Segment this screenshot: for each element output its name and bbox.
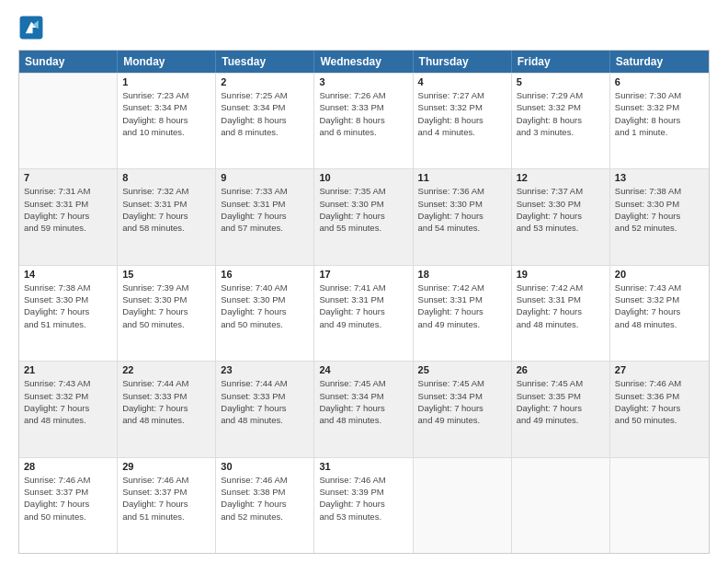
calendar-cell-4-5 [512, 458, 610, 553]
cell-line: Sunrise: 7:27 AM [418, 89, 506, 101]
cell-line: Daylight: 8 hours [517, 114, 605, 126]
calendar-cell-0-3: 3Sunrise: 7:26 AMSunset: 3:33 PMDaylight… [314, 74, 413, 168]
cell-line: Daylight: 8 hours [122, 114, 210, 126]
cell-line: Daylight: 7 hours [221, 402, 309, 414]
calendar-cell-3-4: 25Sunrise: 7:45 AMSunset: 3:34 PMDayligh… [414, 362, 512, 456]
day-number: 26 [517, 364, 605, 375]
cell-line: Sunrise: 7:44 AM [221, 377, 309, 389]
cell-line: Sunset: 3:34 PM [122, 101, 210, 113]
cell-line: Sunrise: 7:41 AM [319, 282, 407, 293]
cell-line: Sunset: 3:31 PM [24, 198, 112, 210]
cell-line: Daylight: 7 hours [615, 210, 704, 222]
cell-line: Sunrise: 7:46 AM [24, 474, 112, 486]
cell-line: and 49 minutes. [418, 318, 506, 330]
cell-line: Daylight: 8 hours [319, 114, 407, 126]
day-number: 16 [221, 269, 309, 280]
cell-line: Sunrise: 7:31 AM [24, 185, 112, 197]
day-header-wednesday: Wednesday [314, 51, 413, 73]
calendar: SundayMondayTuesdayWednesdayThursdayFrid… [18, 50, 710, 554]
cell-line: Sunrise: 7:46 AM [615, 377, 704, 389]
cell-line: Sunset: 3:31 PM [221, 198, 309, 210]
calendar-cell-3-3: 24Sunrise: 7:45 AMSunset: 3:34 PMDayligh… [314, 362, 413, 456]
cell-line: Sunset: 3:33 PM [122, 390, 210, 402]
calendar-cell-4-1: 29Sunrise: 7:46 AMSunset: 3:37 PMDayligh… [118, 458, 216, 553]
cell-line: Sunset: 3:33 PM [221, 390, 309, 402]
cell-line: Sunrise: 7:25 AM [221, 89, 309, 101]
cell-line: Daylight: 7 hours [24, 402, 112, 414]
cell-line: and 54 minutes. [418, 222, 506, 234]
calendar-cell-3-0: 21Sunrise: 7:43 AMSunset: 3:32 PMDayligh… [19, 362, 118, 456]
cell-line: and 53 minutes. [517, 222, 605, 234]
cell-line: Sunrise: 7:43 AM [615, 282, 704, 293]
cell-line: Sunrise: 7:30 AM [615, 89, 704, 101]
cell-line: and 48 minutes. [24, 414, 112, 426]
cell-line: Daylight: 7 hours [122, 402, 210, 414]
day-number: 18 [418, 269, 506, 280]
calendar-cell-1-1: 8Sunrise: 7:32 AMSunset: 3:31 PMDaylight… [118, 169, 216, 264]
cell-line: Sunrise: 7:35 AM [319, 185, 407, 197]
cell-line: Sunset: 3:35 PM [517, 390, 605, 402]
cell-line: and 3 minutes. [517, 126, 605, 138]
cell-line: Sunset: 3:31 PM [517, 293, 605, 305]
cell-line: Sunrise: 7:36 AM [418, 185, 506, 197]
calendar-cell-2-2: 16Sunrise: 7:40 AMSunset: 3:30 PMDayligh… [216, 266, 314, 361]
cell-line: and 50 minutes. [122, 318, 210, 330]
cell-line: and 8 minutes. [221, 126, 309, 138]
cell-line: and 49 minutes. [418, 414, 506, 426]
cell-line: Daylight: 7 hours [319, 305, 407, 317]
calendar-cell-0-6: 6Sunrise: 7:30 AMSunset: 3:32 PMDaylight… [610, 74, 709, 168]
cell-line: and 55 minutes. [319, 222, 407, 234]
cell-line: and 50 minutes. [615, 414, 704, 426]
day-number: 12 [517, 172, 605, 183]
calendar-cell-1-5: 12Sunrise: 7:37 AMSunset: 3:30 PMDayligh… [512, 169, 610, 264]
cell-line: Sunrise: 7:32 AM [122, 185, 210, 197]
cell-line: Daylight: 8 hours [615, 114, 704, 126]
cell-line: Daylight: 7 hours [319, 402, 407, 414]
cell-line: Sunset: 3:37 PM [122, 486, 210, 498]
calendar-cell-1-0: 7Sunrise: 7:31 AMSunset: 3:31 PMDaylight… [19, 169, 118, 264]
calendar-cell-3-5: 26Sunrise: 7:45 AMSunset: 3:35 PMDayligh… [512, 362, 610, 456]
cell-line: Sunrise: 7:40 AM [221, 282, 309, 293]
cell-line: Daylight: 7 hours [418, 402, 506, 414]
cell-line: and 58 minutes. [122, 222, 210, 234]
day-header-friday: Friday [512, 51, 610, 73]
cell-line: Sunset: 3:37 PM [24, 486, 112, 498]
calendar-row-0: 1Sunrise: 7:23 AMSunset: 3:34 PMDaylight… [19, 73, 709, 168]
cell-line: Sunset: 3:30 PM [122, 293, 210, 305]
calendar-row-4: 28Sunrise: 7:46 AMSunset: 3:37 PMDayligh… [19, 457, 709, 553]
cell-line: Daylight: 7 hours [24, 305, 112, 317]
day-number: 22 [122, 364, 210, 375]
day-number: 30 [221, 461, 309, 472]
cell-line: Sunset: 3:34 PM [221, 101, 309, 113]
calendar-cell-0-2: 2Sunrise: 7:25 AMSunset: 3:34 PMDaylight… [216, 74, 314, 168]
cell-line: Daylight: 7 hours [418, 305, 506, 317]
cell-line: Daylight: 7 hours [418, 210, 506, 222]
cell-line: Sunset: 3:34 PM [319, 390, 407, 402]
cell-line: Sunrise: 7:38 AM [615, 185, 704, 197]
day-number: 23 [221, 364, 309, 375]
cell-line: Daylight: 7 hours [319, 210, 407, 222]
cell-line: Sunrise: 7:23 AM [122, 89, 210, 101]
day-number: 5 [517, 76, 605, 87]
cell-line: Sunset: 3:32 PM [24, 390, 112, 402]
cell-line: Sunset: 3:38 PM [221, 486, 309, 498]
day-number: 17 [319, 269, 407, 280]
day-number: 21 [24, 364, 112, 375]
calendar-cell-2-5: 19Sunrise: 7:42 AMSunset: 3:31 PMDayligh… [512, 266, 610, 361]
calendar-cell-0-1: 1Sunrise: 7:23 AMSunset: 3:34 PMDaylight… [118, 74, 216, 168]
cell-line: and 10 minutes. [122, 126, 210, 138]
cell-line: and 1 minute. [615, 126, 704, 138]
cell-line: Daylight: 7 hours [122, 210, 210, 222]
calendar-cell-2-6: 20Sunrise: 7:43 AMSunset: 3:32 PMDayligh… [610, 266, 709, 361]
cell-line: Daylight: 7 hours [122, 305, 210, 317]
day-number: 24 [319, 364, 407, 375]
cell-line: Sunrise: 7:45 AM [418, 377, 506, 389]
header [18, 15, 710, 40]
cell-line: Daylight: 7 hours [319, 498, 407, 510]
day-number: 20 [615, 269, 704, 280]
cell-line: Sunrise: 7:46 AM [319, 474, 407, 486]
cell-line: Sunrise: 7:45 AM [319, 377, 407, 389]
day-header-saturday: Saturday [610, 51, 709, 73]
day-number: 29 [122, 461, 210, 472]
cell-line: Sunrise: 7:44 AM [122, 377, 210, 389]
